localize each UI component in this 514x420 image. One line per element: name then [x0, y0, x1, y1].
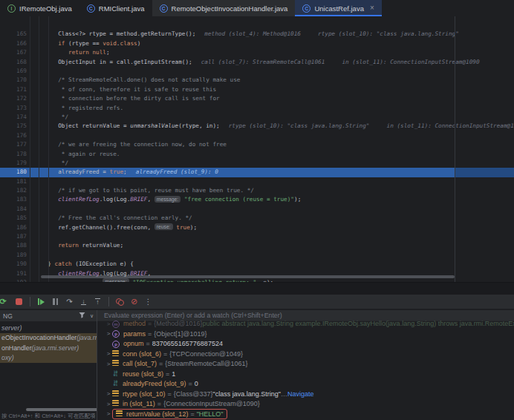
- line-number[interactable]: 181: [0, 177, 41, 186]
- expand-chevron-icon[interactable]: >: [105, 350, 112, 357]
- code-line[interactable]: 178 * again or reuse.: [0, 150, 514, 159]
- variable-row[interactable]: >returnValue (slot_12)="HELLO": [97, 409, 514, 419]
- line-number[interactable]: 173: [0, 104, 41, 113]
- expand-chevron-icon[interactable]: >: [105, 410, 112, 417]
- step-into-icon[interactable]: ↓: [79, 297, 88, 307]
- stop-icon[interactable]: [14, 297, 24, 307]
- filter-icon[interactable]: [79, 312, 85, 320]
- code-line[interactable]: 166 if (rtype == void.class): [0, 39, 514, 48]
- stack-frame[interactable]: server): [0, 323, 97, 333]
- line-number[interactable]: 168: [0, 58, 41, 67]
- code-line[interactable]: 189: [0, 251, 514, 260]
- step-out-icon[interactable]: ↑: [93, 297, 103, 307]
- line-number[interactable]: 167: [0, 48, 41, 57]
- line-number[interactable]: 188: [0, 241, 41, 250]
- variable-row[interactable]: >conn (slot_6)={TCPConnection@1049}: [97, 349, 514, 359]
- line-number[interactable]: 174: [0, 113, 41, 122]
- line-number[interactable]: 186: [0, 223, 41, 232]
- stack-frame[interactable]: onHandler (java.rmi.server): [0, 343, 97, 353]
- code-line[interactable]: 176: [0, 131, 514, 140]
- code-line[interactable]: 185 /* Free the call's connection early.…: [0, 214, 514, 223]
- editor-tab-rmiclient-java[interactable]: CRMIClient.java: [79, 0, 152, 16]
- expand-chevron-icon[interactable]: >: [105, 321, 112, 327]
- line-number[interactable]: 190: [0, 260, 41, 269]
- line-number[interactable]: 169: [0, 67, 41, 76]
- chevron-down-icon[interactable]: ∨: [90, 313, 94, 319]
- code-line[interactable]: 181: [0, 177, 514, 186]
- variable-row[interactable]: 1001alreadyFreed (slot_9)=0: [97, 379, 514, 390]
- expand-chevron-icon[interactable]: >: [105, 361, 112, 367]
- variable-row[interactable]: >call (slot_7)={StreamRemoteCall@1061}: [97, 359, 514, 370]
- code-line[interactable]: 183 clientRefLog.log(Log.BRIEF, message:…: [0, 195, 514, 204]
- line-number[interactable]: 170: [0, 76, 41, 85]
- code-line[interactable]: 190 } catch (IOException e) {: [0, 260, 514, 269]
- rerun-icon[interactable]: ⟳: [0, 297, 10, 307]
- code-line[interactable]: 175 Object returnValue = unmarshalValue(…: [0, 122, 514, 131]
- code-line[interactable]: 179 */: [0, 159, 514, 168]
- editor-tab-iremoteobj-java[interactable]: IIRemoteObj.java: [0, 0, 79, 16]
- code-line[interactable]: 170 /* StreamRemoteCall.done() does not …: [0, 76, 514, 85]
- line-number[interactable]: 183: [0, 195, 41, 204]
- line-number[interactable]: 185: [0, 214, 41, 223]
- expand-chevron-icon[interactable]: >: [105, 401, 112, 407]
- step-over-icon[interactable]: ↷: [65, 297, 74, 307]
- code-line[interactable]: 186 ref.getChannel().free(conn, reuse: t…: [0, 223, 514, 232]
- variable-row[interactable]: 1001reuse (slot_8)=1: [97, 369, 514, 379]
- line-number[interactable]: 165: [0, 30, 41, 39]
- variable-row[interactable]: popnum=8370655165776887524: [97, 339, 514, 350]
- line-number[interactable]: 187: [0, 232, 41, 241]
- code-line[interactable]: 167 return null;: [0, 48, 514, 57]
- line-number[interactable]: 191: [0, 269, 41, 278]
- frames-horizontal-scrollbar[interactable]: [26, 408, 97, 411]
- code-editor[interactable]: 165 Class<?> rtype = method.getReturnTyp…: [0, 16, 514, 282]
- code-line[interactable]: 172 * connection before the dirty call i…: [0, 94, 514, 103]
- code-text: } catch (IOException e) {: [41, 260, 514, 269]
- more-icon[interactable]: ⋮: [143, 297, 153, 307]
- variable-row[interactable]: >rtype (slot_10)={Class@337} "class java…: [97, 389, 514, 399]
- line-number[interactable]: 179: [0, 159, 41, 168]
- code-line[interactable]: 173 * registered refs.: [0, 104, 514, 113]
- stack-frame[interactable]: oxy): [0, 353, 97, 364]
- code-line[interactable]: 187: [0, 232, 514, 241]
- line-number[interactable]: 184: [0, 205, 41, 214]
- line-number[interactable]: 177: [0, 140, 41, 149]
- code-line[interactable]: 165 Class<?> rtype = method.getReturnTyp…: [0, 30, 514, 39]
- line-number[interactable]: 166: [0, 39, 41, 48]
- stack-frame[interactable]: eObjectInvocationHandler (java.rmi.se: [0, 333, 97, 344]
- editor-tab-remoteobjectinvocationhandler-java[interactable]: CRemoteObjectInvocationHandler.java: [152, 0, 296, 16]
- line-number[interactable]: 178: [0, 150, 41, 159]
- code-line[interactable]: 188 return returnValue;: [0, 241, 514, 250]
- code-line[interactable]: 171 * of conn, therefore it is safe to r…: [0, 85, 514, 94]
- code-line[interactable]: 177 /* we are freeing the connection now…: [0, 140, 514, 149]
- variable-row[interactable]: >in (slot_11)={ConnectionInputStream@109…: [97, 399, 514, 410]
- code-line[interactable]: 169: [0, 67, 514, 76]
- variable-name: returnValue (slot_12): [126, 410, 188, 418]
- expand-chevron-icon[interactable]: >: [105, 330, 112, 337]
- expand-chevron-icon[interactable]: >: [105, 390, 112, 397]
- close-tab-icon[interactable]: ×: [370, 4, 374, 12]
- line-number[interactable]: 172: [0, 94, 41, 103]
- mute-breakpoints-icon[interactable]: ⊘: [129, 297, 139, 307]
- right-margin-guide: [455, 16, 455, 282]
- line-number[interactable]: 171: [0, 85, 41, 94]
- pause-icon[interactable]: [51, 297, 60, 307]
- tab-label: RMIClient.java: [99, 4, 145, 13]
- line-number[interactable]: 175: [0, 122, 41, 131]
- variable-row[interactable]: >mmethod={Method@1016} public abstract j…: [97, 319, 514, 329]
- editor-tab-unicastref-java[interactable]: CUnicastRef.java×: [295, 0, 381, 16]
- line-number[interactable]: 182: [0, 186, 41, 195]
- line-number[interactable]: 189: [0, 251, 41, 260]
- code-line[interactable]: 168 ObjectInput in = call.getInputStream…: [0, 58, 514, 67]
- navigate-link[interactable]: Navigate: [287, 390, 314, 398]
- view-breakpoints-icon[interactable]: [115, 297, 125, 307]
- variable-value: 0: [195, 380, 198, 387]
- resume-icon[interactable]: [36, 297, 46, 307]
- code-line[interactable]: 184: [0, 205, 514, 214]
- execution-line[interactable]: 180 alreadyFreed = true;alreadyFreed (sl…: [0, 168, 514, 177]
- editor-horizontal-scrollbar[interactable]: [41, 275, 455, 278]
- line-number[interactable]: 176: [0, 131, 41, 140]
- line-number[interactable]: 180: [0, 168, 41, 177]
- variable-row[interactable]: >pparams={Object[1]@1019}: [97, 329, 514, 339]
- code-line[interactable]: 182 /* if we got to this point, reuse mu…: [0, 186, 514, 195]
- code-line[interactable]: 174 */: [0, 113, 514, 122]
